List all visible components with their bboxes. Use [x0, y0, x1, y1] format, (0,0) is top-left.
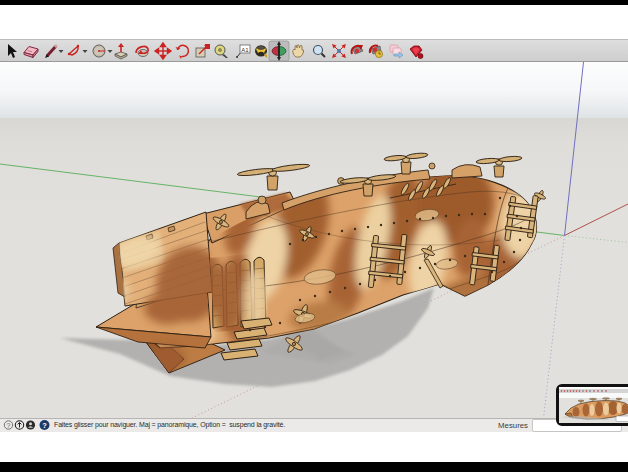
svg-text:A1: A1	[241, 47, 249, 53]
svg-text:?: ?	[7, 422, 11, 429]
svg-text:?: ?	[42, 421, 47, 430]
